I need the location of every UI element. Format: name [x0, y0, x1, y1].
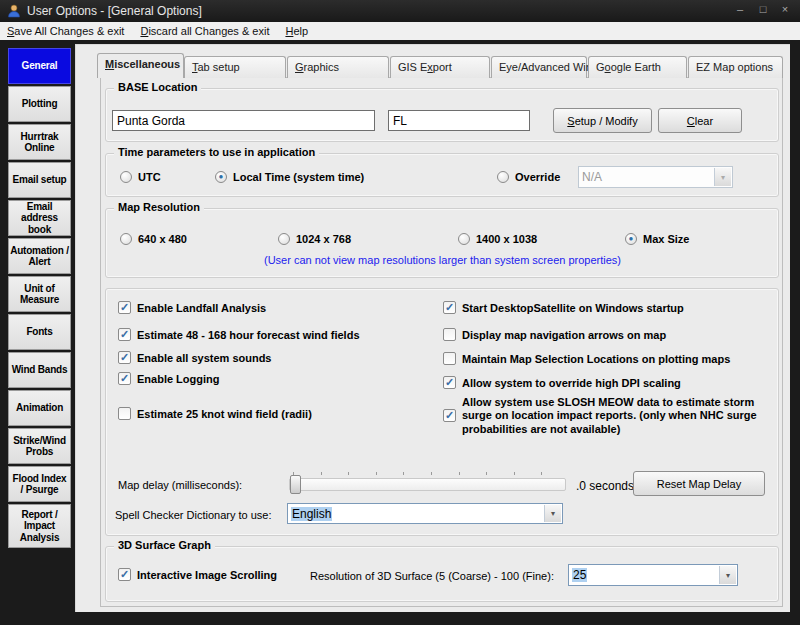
app-window: { "window": { "title": "User Options - […	[0, 0, 800, 625]
tab-tab-setup[interactable]: Tab setup	[184, 56, 286, 78]
setup-modify-button[interactable]: Setup / Modify	[553, 108, 652, 133]
checkbox-enable-system-sounds[interactable]: ✓	[118, 351, 131, 364]
reset-map-delay-button[interactable]: Reset Map Delay	[633, 471, 765, 496]
map-delay-slider[interactable]	[289, 478, 566, 491]
sidebar-item-wind-bands[interactable]: Wind Bands	[8, 352, 71, 388]
radio-max-size[interactable]: ●	[625, 233, 637, 245]
city-input[interactable]	[112, 110, 375, 131]
radio-1024x768[interactable]	[278, 233, 290, 245]
sidebar-item-email-setup[interactable]: Email setup	[8, 162, 71, 198]
map-delay-slider-thumb[interactable]	[290, 475, 301, 494]
checkbox-estimate-25-knot-wind-field-label: Estimate 25 knot wind field (radii)	[137, 408, 312, 420]
sidebar-item-fonts[interactable]: Fonts	[8, 314, 71, 350]
chevron-down-icon[interactable]: ▾	[719, 566, 736, 584]
tab-gis-export[interactable]: GIS Export	[390, 56, 490, 78]
menu-help[interactable]: Help	[278, 24, 317, 39]
sidebar-item-plotting[interactable]: Plotting	[8, 86, 71, 122]
radio-640x480[interactable]	[120, 233, 132, 245]
sidebar-item-strike-wind-probs[interactable]: Strike/Wind Probs	[8, 428, 71, 464]
checkbox-enable-system-sounds-label: Enable all system sounds	[137, 352, 272, 364]
resolution-3d-surface-label: Resolution of 3D Surface (5 (Coarse) - 1…	[310, 570, 554, 582]
group-3d-surface-graph-title: 3D Surface Graph	[114, 539, 215, 551]
checkbox-enable-logging-label: Enable Logging	[137, 373, 220, 385]
chevron-down-icon[interactable]: ▾	[544, 505, 561, 522]
menu-save-all-changes[interactable]: Save All Changes & exit	[0, 24, 133, 39]
spell-checker-label: Spell Checker Dictionary to use:	[115, 509, 272, 521]
sidebar-item-hurrtrak-online[interactable]: Hurrtrak Online	[8, 124, 71, 160]
checkbox-override-high-dpi-label: Allow system to override high DPI scalin…	[462, 377, 681, 389]
radio-utc-label: UTC	[138, 171, 161, 183]
sidebar: General Plotting Hurrtrak Online Email s…	[8, 48, 71, 550]
checkbox-display-map-nav-arrows-label: Display map navigation arrows on map	[462, 329, 666, 341]
tab-eye-advanced-wind[interactable]: Eye/Advanced Wind E	[491, 56, 587, 78]
maximize-button[interactable]: □	[754, 3, 772, 15]
checkbox-start-desktopsatellite-label: Start DesktopSatellite on Windows startu…	[462, 302, 684, 314]
checkbox-enable-logging[interactable]: ✓	[118, 372, 131, 385]
tab-graphics[interactable]: Graphics	[287, 56, 389, 78]
sidebar-item-unit-of-measure[interactable]: Unit of Measure	[8, 276, 71, 312]
state-input[interactable]	[388, 110, 530, 131]
checkbox-interactive-image-scrolling-label: Interactive Image Scrolling	[137, 569, 277, 581]
map-resolution-note: (User can not view map resolutions large…	[155, 254, 730, 266]
sidebar-item-animation[interactable]: Animation	[8, 390, 71, 426]
checkbox-estimate-48-168-wind-fields[interactable]: ✓	[118, 328, 131, 341]
clear-button[interactable]: Clear	[658, 108, 742, 133]
checkbox-interactive-image-scrolling[interactable]: ✓	[118, 568, 131, 581]
group-map-resolution-title: Map Resolution	[114, 201, 204, 213]
user-icon	[7, 4, 21, 18]
checkbox-maintain-map-selection[interactable]	[443, 352, 456, 365]
radio-local-time-label: Local Time (system time)	[233, 171, 364, 183]
radio-1400x1038-label: 1400 x 1038	[476, 233, 537, 245]
checkbox-override-high-dpi[interactable]: ✓	[443, 376, 456, 389]
menu-bar: Save All Changes & exit Discard all Chan…	[0, 22, 800, 40]
checkbox-slosh-meow-label: Allow system use SLOSH MEOW data to esti…	[462, 396, 780, 436]
radio-1024x768-label: 1024 x 768	[296, 233, 351, 245]
checkbox-estimate-48-168-wind-fields-label: Estimate 48 - 168 hour forecast wind fie…	[137, 329, 360, 341]
checkbox-display-map-nav-arrows[interactable]	[443, 328, 456, 341]
override-timezone-select[interactable]: N/A ▾	[578, 166, 733, 188]
spell-checker-select[interactable]: English ▾	[287, 503, 563, 524]
map-delay-slider-ticks	[293, 472, 565, 475]
checkbox-maintain-map-selection-label: Maintain Map Selection Locations on plot…	[462, 353, 730, 365]
group-time-parameters-title: Time parameters to use in application	[114, 146, 319, 158]
tab-google-earth[interactable]: Google Earth	[588, 56, 687, 78]
checkbox-enable-landfall-analysis-label: Enable Landfall Analysis	[137, 302, 266, 314]
title-bar: User Options - [General Options] – □ ×	[0, 0, 800, 22]
sidebar-item-automation-alert[interactable]: Automation / Alert	[8, 238, 71, 274]
sidebar-item-flood-index-psurge[interactable]: Flood Index / Psurge	[8, 466, 71, 502]
group-base-location-title: BASE Location	[114, 81, 201, 93]
window-title: User Options - [General Options]	[27, 4, 202, 18]
radio-override-label: Override	[515, 171, 560, 183]
map-delay-value: .0 seconds	[576, 479, 634, 493]
radio-640x480-label: 640 x 480	[138, 233, 187, 245]
sidebar-item-general[interactable]: General	[8, 48, 71, 84]
checkbox-enable-landfall-analysis[interactable]: ✓	[118, 301, 131, 314]
menu-discard-all-changes[interactable]: Discard all Changes & exit	[133, 24, 278, 39]
checkbox-start-desktopsatellite[interactable]: ✓	[443, 301, 456, 314]
sidebar-item-email-address-book[interactable]: Email address book	[8, 200, 71, 236]
map-delay-label: Map delay (milliseconds):	[118, 479, 242, 491]
radio-max-size-label: Max Size	[643, 233, 689, 245]
tab-miscellaneous[interactable]: Miscellaneous	[97, 53, 184, 78]
checkbox-estimate-25-knot-wind-field[interactable]	[118, 407, 131, 420]
minimize-button[interactable]: –	[731, 3, 749, 15]
radio-utc[interactable]	[120, 171, 132, 183]
chevron-down-icon[interactable]: ▾	[714, 168, 731, 186]
radio-override[interactable]	[497, 171, 509, 183]
close-button[interactable]: ×	[776, 3, 794, 15]
tab-ez-map-options[interactable]: EZ Map options	[688, 56, 783, 78]
radio-local-time[interactable]: ●	[215, 171, 227, 183]
radio-1400x1038[interactable]	[458, 233, 470, 245]
resolution-3d-surface-select[interactable]: 25 ▾	[568, 564, 738, 586]
sidebar-item-report-impact-analysis[interactable]: Report / Impact Analysis	[8, 504, 71, 548]
checkbox-slosh-meow[interactable]: ✓	[443, 409, 456, 422]
